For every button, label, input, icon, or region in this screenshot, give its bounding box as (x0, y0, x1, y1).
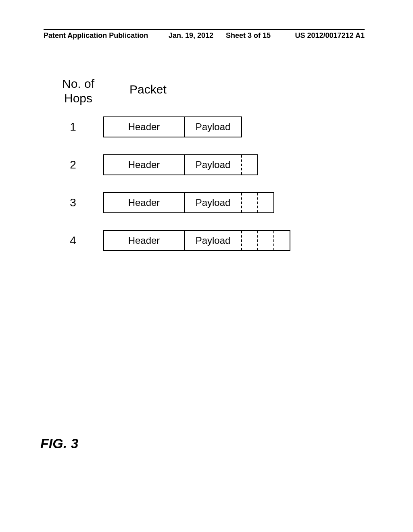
publication-number: US 2012/0017212 A1 (295, 31, 365, 40)
hops-label-line1: No. of (62, 77, 94, 91)
payload-cell: Payload (185, 193, 241, 212)
publication-type: Patent Application Publication (44, 31, 148, 40)
packet-row: 2 Header Payload (55, 154, 258, 176)
hops-label-line2: Hops (62, 91, 94, 106)
packet-box: Header Payload (103, 116, 242, 137)
packet-box: Header Payload (103, 154, 258, 175)
tag-cell (241, 155, 257, 175)
payload-cell: Payload (185, 155, 241, 175)
header-cell: Header (104, 117, 185, 137)
hop-number: 1 (55, 121, 103, 133)
packet-box: Header Payload (103, 192, 274, 213)
publication-date: Jan. 19, 2012 (169, 31, 213, 40)
tag-cell (241, 193, 257, 212)
packet-box: Header Payload (103, 230, 290, 251)
packet-row: 4 Header Payload (55, 230, 290, 251)
header-cell: Header (104, 231, 185, 250)
header-divider (44, 29, 365, 30)
tag-cell (241, 231, 257, 250)
sheet-info: Sheet 3 of 15 (226, 31, 271, 40)
packet-row: 1 Header Payload (55, 116, 242, 138)
figure-label: FIG. 3 (40, 436, 78, 451)
tag-cell (257, 231, 273, 250)
header-cell: Header (104, 193, 185, 212)
packet-row: 3 Header Payload (55, 192, 274, 214)
packet-column-header: Packet (129, 82, 167, 97)
tag-cell (257, 193, 273, 212)
tag-cell (273, 231, 290, 250)
header-cell: Header (104, 155, 185, 175)
payload-cell: Payload (185, 117, 241, 137)
hop-number: 2 (55, 158, 103, 171)
hops-column-header: No. of Hops (62, 77, 94, 106)
hop-number: 3 (55, 196, 103, 209)
payload-cell: Payload (185, 231, 241, 250)
hop-number: 4 (55, 234, 103, 247)
